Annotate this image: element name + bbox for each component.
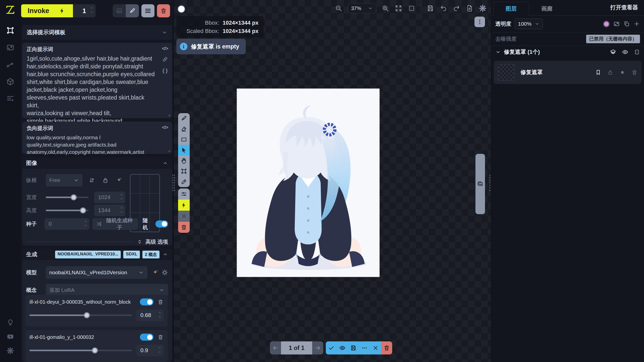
next-image-button[interactable] xyxy=(312,341,323,354)
redo-button[interactable] xyxy=(453,5,460,12)
optimize-size-button[interactable] xyxy=(116,177,122,184)
generated-image[interactable] xyxy=(237,88,380,277)
lora-weight-slider[interactable] xyxy=(29,309,132,321)
tab-layers[interactable]: 图层 xyxy=(493,2,529,16)
zoom-out-button[interactable] xyxy=(335,5,342,12)
open-viewer-button[interactable]: 打开查看器 xyxy=(610,0,638,15)
more-options-button[interactable] xyxy=(359,341,370,354)
lora-weight-input[interactable]: 0.9 xyxy=(136,345,164,356)
seed-input[interactable]: 0 xyxy=(45,218,89,230)
group-visibility-button[interactable] xyxy=(622,49,628,55)
prev-image-button[interactable] xyxy=(270,341,281,354)
canvas-settings-button[interactable] xyxy=(479,5,487,12)
brush-color-swatch[interactable] xyxy=(177,5,185,13)
random-seed-toggle[interactable] xyxy=(155,220,168,228)
duplicate-layer-button[interactable] xyxy=(623,21,630,27)
model-sparkle-button[interactable] xyxy=(152,269,158,276)
crop-to-bbox-button[interactable] xyxy=(634,49,640,55)
new-session-button[interactable] xyxy=(466,5,473,12)
nav-image-icon[interactable] xyxy=(6,43,15,52)
image-mode-button[interactable] xyxy=(113,4,126,17)
link-icon[interactable] xyxy=(162,56,168,62)
brush-mode-button[interactable] xyxy=(126,4,139,17)
zoom-in-button[interactable] xyxy=(382,5,389,12)
tab-gallery[interactable]: 画廊 xyxy=(529,2,565,16)
mask-group-header[interactable]: 修复遮罩 (1个) xyxy=(491,46,644,58)
color-picker-tool[interactable] xyxy=(178,176,190,187)
braces-icon[interactable]: { } xyxy=(162,68,168,74)
rect-tool[interactable] xyxy=(178,134,190,145)
fit-layer-button[interactable] xyxy=(613,21,620,27)
prompt-template-selector[interactable]: 选择提示词模板 xyxy=(22,25,172,40)
eraser-tool[interactable] xyxy=(178,124,190,134)
nav-workflows-icon[interactable] xyxy=(6,60,15,69)
select-tool[interactable] xyxy=(178,145,190,155)
resize-grip-icon[interactable] xyxy=(166,148,171,152)
pan-tool[interactable] xyxy=(178,155,190,166)
invoke-region-tool[interactable] xyxy=(178,200,190,211)
aspect-ratio-select[interactable]: Free xyxy=(46,174,83,187)
queue-count-arrows[interactable] xyxy=(90,6,94,14)
nav-models-icon[interactable] xyxy=(6,77,15,86)
canvas-menu-button[interactable] xyxy=(474,17,485,27)
prompt-syntax-icon[interactable]: </> xyxy=(162,125,168,130)
dismiss-button[interactable] xyxy=(370,341,381,354)
generation-section-header[interactable]: 生成 NOOBAIXLNAIXL_VPRED10... SDXL 2 概念 xyxy=(22,249,172,260)
height-slider[interactable] xyxy=(46,205,89,216)
clear-queue-button[interactable] xyxy=(157,4,170,17)
lora-weight-input[interactable]: 0.68 xyxy=(136,309,164,321)
lora-delete-button[interactable] xyxy=(157,334,164,340)
cancel-tool[interactable] xyxy=(178,211,190,222)
menu-button[interactable] xyxy=(141,4,154,17)
canvas-area[interactable]: 37% Bbox:1024×1344 px Scaled Bbox:1024×1… xyxy=(174,0,491,362)
model-select[interactable]: noobaiXLNAIXL_vPred10Version xyxy=(46,266,147,279)
lora-enabled-toggle[interactable] xyxy=(140,298,153,305)
width-input[interactable]: 1024 xyxy=(94,192,125,203)
layer-color-icon[interactable] xyxy=(619,69,625,75)
width-slider[interactable] xyxy=(46,192,89,203)
merge-layers-button[interactable] xyxy=(610,49,616,55)
positive-prompt-input[interactable]: 1girl,solo,cute,ahoge,silver hair,blue h… xyxy=(27,55,156,133)
zoom-level-select[interactable]: 37% xyxy=(348,3,376,13)
fit-to-view-button[interactable] xyxy=(395,5,402,12)
discard-button[interactable] xyxy=(381,341,392,354)
delete-tool[interactable] xyxy=(178,222,190,233)
advanced-options-row[interactable]: 高级 选项 xyxy=(26,238,168,245)
lock-aspect-button[interactable] xyxy=(102,177,109,184)
model-settings-button[interactable] xyxy=(162,269,168,276)
support-bulb-icon[interactable] xyxy=(6,318,15,327)
undo-button[interactable] xyxy=(440,5,447,12)
gallery-flyout-handle[interactable] xyxy=(475,154,485,214)
lora-enabled-toggle[interactable] xyxy=(140,334,153,341)
lora-delete-button[interactable] xyxy=(157,299,164,305)
lora-weight-slider[interactable] xyxy=(29,345,132,356)
accept-button[interactable] xyxy=(326,341,337,354)
add-lora-select[interactable]: 添加 LoRA xyxy=(46,284,168,296)
add-layer-button[interactable] xyxy=(633,21,640,27)
image-section-header[interactable]: 图像 xyxy=(22,157,172,169)
queue-count-stepper[interactable]: 1 xyxy=(73,4,96,17)
filter-tool[interactable] xyxy=(178,189,190,200)
swap-dimensions-button[interactable] xyxy=(89,177,95,184)
invoke-button[interactable]: Invoke xyxy=(21,4,73,17)
random-seed-button[interactable]: 随机生成种子 xyxy=(92,218,138,230)
nav-canvas-icon[interactable] xyxy=(6,26,15,35)
save-canvas-button[interactable] xyxy=(427,5,434,12)
save-image-button[interactable] xyxy=(348,341,359,354)
panel-resize-handle[interactable] xyxy=(172,174,175,192)
mask-color-swatch[interactable] xyxy=(603,21,610,27)
resize-grip-icon[interactable] xyxy=(166,112,171,117)
fit-bbox-button[interactable] xyxy=(408,5,415,12)
youtube-icon[interactable] xyxy=(6,332,15,341)
settings-gear-icon[interactable] xyxy=(6,346,15,355)
layer-delete-icon[interactable] xyxy=(631,69,637,75)
height-input[interactable]: 1344 xyxy=(94,205,125,216)
layer-item[interactable]: 修复遮罩 xyxy=(494,61,641,84)
nav-queue-icon[interactable] xyxy=(6,94,15,104)
transform-tool[interactable] xyxy=(178,166,190,176)
brush-tool[interactable] xyxy=(178,113,190,124)
prompt-syntax-icon[interactable]: </> xyxy=(162,46,168,51)
opacity-select[interactable]: 100% xyxy=(515,19,543,29)
lock-icon[interactable] xyxy=(607,69,613,75)
preview-button[interactable] xyxy=(337,341,348,354)
